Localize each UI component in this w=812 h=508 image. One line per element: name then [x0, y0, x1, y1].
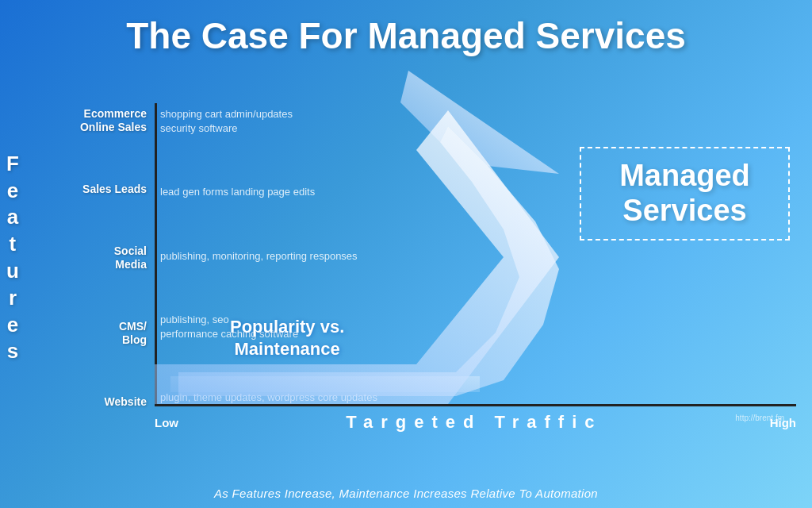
y-label-sales-leads: Sales Leads: [82, 183, 147, 196]
managed-services-box: Managed Services: [580, 147, 790, 241]
features-r: r: [9, 285, 17, 312]
x-axis-container: Low Targeted Traffic High: [155, 412, 796, 433]
chart-area: F e a t u r e s EcommerceOnline Sales Sa…: [0, 64, 812, 476]
managed-services-text: Managed Services: [619, 159, 750, 228]
y-label-ecommerce: EcommerceOnline Sales: [80, 107, 147, 134]
y-label-cms-blog: CMS/Blog: [119, 320, 147, 347]
page-title: The Case For Managed Services: [0, 0, 812, 64]
features-s: s: [7, 338, 18, 365]
features-label: F e a t u r e s: [6, 111, 19, 405]
page-container: The Case For Managed Services F e a t u …: [0, 0, 812, 508]
desc-sales-leads: lead gen forms landing page edits: [160, 185, 462, 199]
desc-website: plugin, theme updates, wordpress core up…: [160, 391, 462, 405]
features-e2: e: [7, 312, 18, 339]
y-label-social-media: SocialMedia: [114, 244, 147, 271]
features-t: t: [10, 231, 17, 258]
tagline: As Features Increase, Maintenance Increa…: [0, 487, 812, 500]
url-credit: http://brent.fm: [735, 414, 784, 422]
features-f: F: [6, 151, 19, 178]
x-axis-low: Low: [155, 416, 178, 429]
x-axis-label: Targeted Traffic: [185, 412, 764, 433]
desc-ecommerce: shopping cart admin/updatessecurity soft…: [160, 107, 462, 135]
y-axis-line: [155, 103, 157, 406]
features-e1: e: [7, 178, 18, 205]
features-a: a: [7, 204, 18, 231]
features-u: u: [6, 258, 19, 285]
arrow-label: Popularity vs. Maintenance: [230, 316, 344, 361]
y-label-website: Website: [105, 395, 147, 409]
desc-social-media: publishing, monitoring, reporting respon…: [160, 249, 462, 264]
y-axis-labels: EcommerceOnline Sales Sales Leads Social…: [36, 107, 147, 409]
